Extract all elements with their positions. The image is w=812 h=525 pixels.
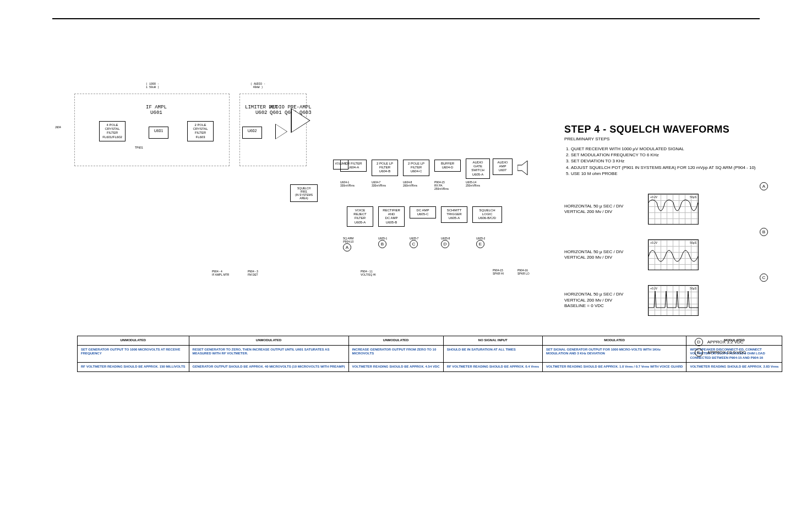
p904-15-lab: P904-15 RX PA 250mVRms <box>434 181 449 190</box>
block-crfilter: CR FILTER U604-A <box>340 160 367 172</box>
amp-q602 <box>291 108 310 133</box>
step-item: ADJUST SQUELCH POT (P901 IN SYSTEMS AREA… <box>571 165 768 171</box>
circ-e: E <box>695 348 703 357</box>
step-item: SET DEVIATION TO 3 KHz <box>571 158 768 164</box>
tp-p9044: P904 - 4 IF AMPL MTR <box>212 270 229 276</box>
block-sqlogic: SQUELCH LOGIC U606-B/C/D <box>472 206 502 223</box>
page: IF AMPLU601 ( 1000 - 1 50uW ) LIMITER DE… <box>0 0 812 525</box>
section-limdet-sublabel: ( AUDIO - 40mW ) <box>250 83 265 89</box>
col-h: UNMODULATED <box>189 336 348 346</box>
circ-d: D <box>695 338 703 346</box>
label-j604: J604 <box>55 125 61 129</box>
svg-marker-0 <box>517 161 527 175</box>
step4-subtitle: PRELIMINARY STEPS <box>564 136 768 141</box>
block-squelch: SQUELCH R901 (IN SYSTEMS AREA) <box>290 184 318 202</box>
block-gate: AUDIO GATE SWITCH U605-A <box>466 158 490 179</box>
de-readings: DAPPROX 3.2 VDC EAPPROX 10.0 VDC <box>695 336 746 359</box>
wave-c-scope: +0.2V 50µS <box>648 285 699 316</box>
wave-c: C <box>564 274 768 282</box>
step-item: USE 10 M ohm PROBE <box>571 171 768 177</box>
step-item: SET MODULATION FREQUENCY TO 6 KHz <box>571 152 768 158</box>
step4-steps: QUIET RECEIVER WITH 1000 µV MODULATED SI… <box>564 146 768 177</box>
header-rule <box>52 18 760 19</box>
wave-c-text: HORIZONTAL 50 µ SEC / DIV VERTICAL 200 M… <box>564 292 641 309</box>
label-tp601: TP601 <box>135 146 143 149</box>
table-row: SET GENERATOR OUTPUT TO 1000 MICROVOLTS … <box>78 345 782 363</box>
section-ifampl-sublabel: ( 1000 - 1 50uW ) <box>146 83 159 89</box>
table-header-row: UNMODULATED UNMODULATED UNMODULATED NO S… <box>78 336 782 346</box>
tp-p90411: P904 - 11 VOLT/SQ HI <box>361 270 376 276</box>
tp-d: U605-8D <box>441 237 450 248</box>
wave-b-scope: +0.2V 50µS <box>648 239 699 270</box>
block-diagram: IF AMPLU601 ( 1000 - 1 50uW ) LIMITER DE… <box>52 83 537 330</box>
step-item: QUIET RECEIVER WITH 1000 µV MODULATED SI… <box>571 146 768 152</box>
block-dcamp: DC AMP U605-C <box>410 206 436 218</box>
tp-p90416: P904-16 SPKR LO <box>517 269 530 275</box>
de-d-text: APPROX 3.2 VDC <box>707 340 744 344</box>
block-xtal4: 4 POLE CRYSTAL FILTER FL601/FL602 <box>99 121 126 141</box>
block-audioamp: AUDIO AMP U607 <box>493 158 513 175</box>
amp-q601 <box>275 124 287 139</box>
u604-7: U604-7 330mVRms <box>372 181 386 187</box>
u605-14: U605-14 250mVRms <box>466 181 480 187</box>
u604-8: U604-8 260mVRms <box>403 181 417 187</box>
wave-a: A <box>564 182 768 190</box>
wave-a-text: HORIZONTAL 50 µ SEC / DIV VERTICAL 200 M… <box>564 204 641 215</box>
col-h: UNMODULATED <box>78 336 189 346</box>
block-rectdc: RECTIFIER AND DC AMP U605-B <box>378 206 405 227</box>
block-xtal2: 2 POLE CRYSTAL FILTER FL603 <box>187 121 214 141</box>
tp-b: U605-1B <box>378 237 387 248</box>
tp-p9043: P904 - 3 FM DET <box>248 270 258 276</box>
tp-c: U605-7C <box>410 237 418 248</box>
speaker-icon <box>517 160 534 176</box>
tp-e: U605-2E <box>476 237 485 248</box>
wave-b-text: HORIZONTAL 50 µ SEC / DIV VERTICAL 200 M… <box>564 249 641 261</box>
block-buffer: BUFFER U604-D <box>434 160 461 172</box>
col-h: NO SIGNAL INPUT <box>443 336 542 346</box>
block-vreject: VOICE REJECT FILTER U605-A <box>347 206 373 227</box>
step4-panel: STEP 4 - SQUELCH WAVEFORMS PRELIMINARY S… <box>564 124 768 319</box>
wave-a-scope: +0.2V 50µS <box>648 194 699 225</box>
tp-p90415: P904-15 SPKR HI <box>493 269 504 275</box>
section-ifampl-title: IF AMPLU601 <box>146 105 167 116</box>
wave-b: B <box>564 228 768 236</box>
tp-a: SQ ARM P904-10A <box>343 237 353 251</box>
block-lp2: 2 POLE LP FILTER U604-C <box>403 160 429 176</box>
block-u601: U601 <box>149 127 168 139</box>
de-e-text: APPROX 10.0 VDC <box>707 350 746 355</box>
block-schmitt: SCHMITT TRIGGER U605-A <box>441 206 467 223</box>
step4-title: STEP 4 - SQUELCH WAVEFORMS <box>564 124 768 135</box>
block-u602: U602 <box>242 127 262 139</box>
table-row: RF VOLTMETER READING SHOULD BE APPROX. 1… <box>78 363 782 372</box>
procedure-table: UNMODULATED UNMODULATED UNMODULATED NO S… <box>77 336 782 372</box>
block-lp1: 2 POLE LP FILTER U604-B <box>372 160 398 176</box>
u604-1: U604-1 330mVRms <box>340 181 355 187</box>
col-h: MODULATED <box>543 336 686 346</box>
col-h: UNMODULATED <box>348 336 443 346</box>
